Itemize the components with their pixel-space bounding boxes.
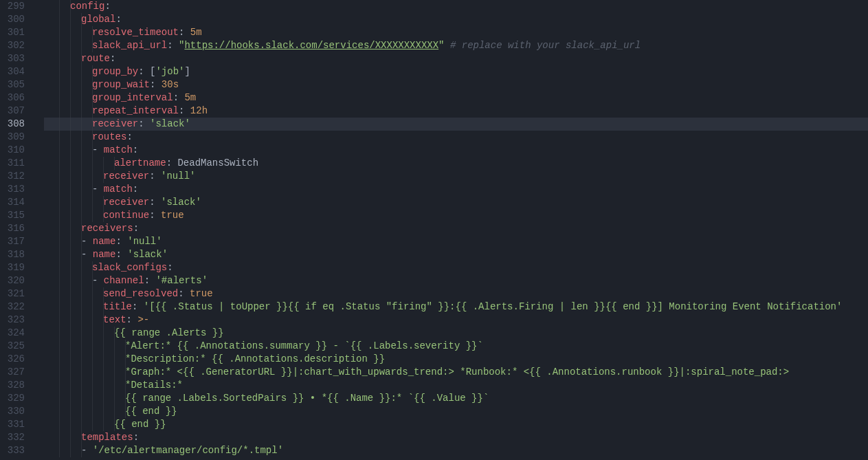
line-number: 316 — [7, 222, 25, 235]
code-line[interactable]: global: — [44, 13, 868, 26]
line-number: 322 — [7, 300, 25, 314]
line-number: 321 — [7, 287, 25, 300]
fold-column — [36, 0, 44, 460]
code-line[interactable]: *Details:* — [44, 379, 868, 392]
line-number: 327 — [7, 366, 25, 379]
line-number: 328 — [7, 379, 25, 392]
code-line[interactable]: receiver: 'slack' — [44, 196, 868, 209]
code-line[interactable]: title: '[{{ .Status | toUpper }}{{ if eq… — [44, 300, 868, 314]
code-line[interactable]: group_interval: 5m — [44, 91, 868, 105]
code-line[interactable]: route: — [44, 52, 868, 65]
code-line[interactable]: text: >- — [44, 314, 868, 327]
line-number: 333 — [7, 444, 25, 457]
line-number: 332 — [7, 431, 25, 444]
code-line[interactable]: slack_configs: — [44, 261, 868, 274]
code-line[interactable]: receiver: 'slack' — [44, 118, 868, 131]
code-line[interactable]: templates: — [44, 431, 868, 444]
code-line[interactable]: *Description:* {{ .Annotations.descripti… — [44, 353, 868, 366]
line-number: 307 — [7, 105, 25, 118]
code-line[interactable]: - match: — [44, 183, 868, 196]
line-number: 302 — [7, 39, 25, 52]
line-number: 300 — [7, 13, 25, 26]
line-number: 320 — [7, 274, 25, 287]
line-number: 308 — [7, 118, 25, 131]
code-line[interactable]: - name: 'slack' — [44, 248, 868, 261]
code-area[interactable]: config:global:resolve_timeout: 5mslack_a… — [44, 0, 868, 460]
line-number: 299 — [7, 0, 25, 13]
line-number: 309 — [7, 131, 25, 144]
code-line[interactable]: continue: true — [44, 209, 868, 222]
line-number: 301 — [7, 26, 25, 39]
code-line[interactable]: group_by: ['job'] — [44, 65, 868, 78]
line-number: 323 — [7, 314, 25, 327]
code-line[interactable]: receiver: 'null' — [44, 170, 868, 183]
code-line[interactable]: *Alert:* {{ .Annotations.summary }} - `{… — [44, 340, 868, 353]
code-line[interactable]: - channel: '#alerts' — [44, 274, 868, 287]
line-number: 329 — [7, 392, 25, 405]
code-line[interactable]: send_resolved: true — [44, 287, 868, 300]
line-number: 325 — [7, 340, 25, 353]
code-line[interactable]: resolve_timeout: 5m — [44, 26, 868, 39]
code-line[interactable]: config: — [44, 0, 868, 13]
line-number: 303 — [7, 52, 25, 65]
line-number: 331 — [7, 418, 25, 431]
line-number-gutter: 2993003013023033043053063073083093103113… — [0, 0, 36, 460]
line-number: 314 — [7, 196, 25, 209]
line-number: 315 — [7, 209, 25, 222]
line-number: 324 — [7, 327, 25, 340]
line-number: 318 — [7, 248, 25, 261]
code-line[interactable]: {{ end }} — [44, 405, 868, 418]
line-number: 312 — [7, 170, 25, 183]
line-number: 326 — [7, 353, 25, 366]
line-number: 319 — [7, 261, 25, 274]
line-number: 305 — [7, 78, 25, 91]
line-number: 310 — [7, 144, 25, 157]
code-line[interactable]: alertname: DeadMansSwitch — [44, 157, 868, 170]
code-line[interactable]: - match: — [44, 144, 868, 157]
code-line[interactable]: repeat_interval: 12h — [44, 105, 868, 118]
code-line[interactable]: {{ range .Labels.SortedPairs }} • *{{ .N… — [44, 392, 868, 405]
code-line[interactable]: - name: 'null' — [44, 235, 868, 248]
code-editor[interactable]: 2993003013023033043053063073083093103113… — [0, 0, 868, 460]
code-line[interactable]: routes: — [44, 131, 868, 144]
code-line[interactable]: group_wait: 30s — [44, 78, 868, 91]
line-number: 313 — [7, 183, 25, 196]
line-number: 311 — [7, 157, 25, 170]
code-line[interactable]: *Graph:* <{{ .GeneratorURL }}|:chart_wit… — [44, 366, 868, 379]
line-number: 304 — [7, 65, 25, 78]
line-number: 330 — [7, 405, 25, 418]
code-line[interactable]: - '/etc/alertmanager/config/*.tmpl' — [44, 444, 868, 457]
code-line[interactable]: receivers: — [44, 222, 868, 235]
code-line[interactable]: {{ range .Alerts }} — [44, 327, 868, 340]
line-number: 317 — [7, 235, 25, 248]
line-number: 306 — [7, 91, 25, 105]
code-line[interactable]: slack_api_url: "https://hooks.slack.com/… — [44, 39, 868, 52]
code-line[interactable]: {{ end }} — [44, 418, 868, 431]
